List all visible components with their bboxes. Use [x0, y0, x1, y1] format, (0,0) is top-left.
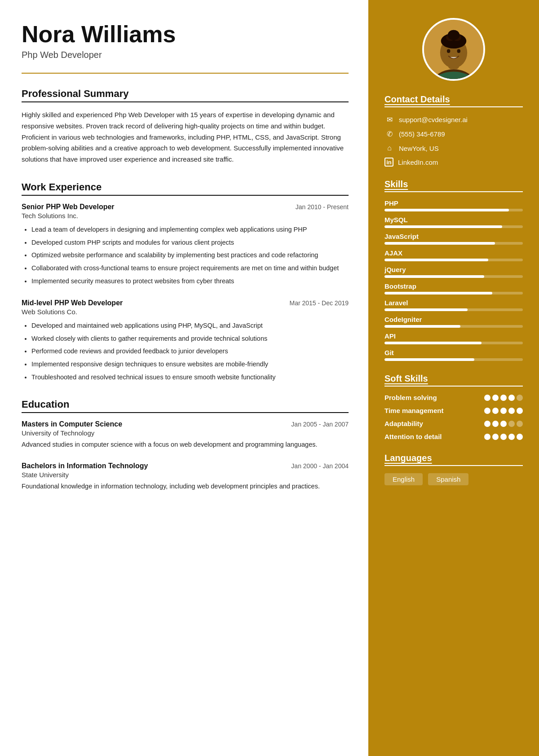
bullet-1-1: Lead a team of developers in designing a…: [31, 224, 349, 235]
dot: [500, 395, 507, 401]
dot: [492, 434, 499, 440]
skill-bar-bg: [384, 342, 523, 344]
skill-bar-fill: [384, 325, 460, 328]
soft-skill-name: Time management: [384, 407, 484, 414]
work-experience-title: Work Experience: [22, 181, 349, 196]
dot: [500, 421, 507, 427]
dot: [517, 434, 523, 440]
dots: [484, 408, 523, 414]
work-experience-section: Work Experience Senior PHP Web Developer…: [22, 181, 349, 382]
soft-skill-row: Problem solving: [384, 394, 523, 401]
skill-name: Git: [384, 349, 523, 356]
edu-school-2: State University: [22, 471, 349, 479]
dot: [484, 421, 490, 427]
job-company-2: Web Solutions Co.: [22, 308, 349, 316]
skill-bar-fill: [384, 225, 502, 228]
skill-row: Laravel: [384, 299, 523, 311]
edu-entry-1: Masters in Computer Science Jan 2005 - J…: [22, 420, 349, 450]
job-title-1: Senior PHP Web Developer: [22, 203, 115, 211]
dot: [484, 434, 490, 440]
contact-location-row: ⌂ NewYork, US: [384, 143, 523, 153]
skill-bar-bg: [384, 275, 523, 278]
job-header-2: Mid-level PHP Web Developer Mar 2015 - D…: [22, 299, 349, 307]
bullet-1-5: Implemented security measures to protect…: [31, 276, 349, 287]
education-title: Education: [22, 399, 349, 413]
dot: [492, 408, 499, 414]
job-header-1: Senior PHP Web Developer Jan 2010 - Pres…: [22, 203, 349, 211]
soft-skills-title: Soft Skills: [384, 374, 523, 387]
contact-email-row: ✉ support@cvdesigner.ai: [384, 114, 523, 124]
dot: [484, 395, 490, 401]
edu-desc-1: Advanced studies in computer science wit…: [22, 440, 349, 450]
skill-bar-bg: [384, 292, 523, 294]
skill-bar-fill: [384, 242, 495, 245]
bullet-2-2: Worked closely with clients to gather re…: [31, 333, 349, 344]
skill-row: JavaScript: [384, 233, 523, 245]
dots: [484, 434, 523, 440]
summary-text: Highly skilled and experienced Php Web D…: [22, 110, 349, 165]
skill-bar-bg: [384, 308, 523, 311]
skill-name: AJAX: [384, 249, 523, 257]
dot: [517, 395, 523, 401]
skill-row: jQuery: [384, 266, 523, 278]
skills-container: PHP MySQL JavaScript AJAX jQuery Bootstr…: [384, 199, 523, 361]
skill-row: PHP: [384, 199, 523, 211]
skill-bar-fill: [384, 292, 492, 294]
bullet-2-1: Developed and maintained web application…: [31, 320, 349, 331]
svg-point-8: [448, 30, 459, 40]
skill-bar-fill: [384, 358, 474, 361]
dot: [492, 421, 499, 427]
bullet-1-4: Collaborated with cross-functional teams…: [31, 263, 349, 274]
skill-bar-fill: [384, 259, 488, 261]
dot: [508, 408, 515, 414]
dot: [484, 408, 490, 414]
edu-desc-2: Foundational knowledge in information te…: [22, 481, 349, 492]
bullet-2-4: Implemented responsive design techniques…: [31, 359, 349, 370]
bullet-2-5: Troubleshooted and resolved technical is…: [31, 372, 349, 383]
edu-header-1: Masters in Computer Science Jan 2005 - J…: [22, 420, 349, 428]
skill-row: CodeIgniter: [384, 316, 523, 328]
skill-bar-bg: [384, 209, 523, 211]
edu-degree-2: Bachelors in Information Technology: [22, 462, 148, 470]
skill-bar-fill: [384, 275, 484, 278]
soft-skills-section: Soft Skills Problem solving Time managem…: [384, 374, 523, 440]
skill-row: AJAX: [384, 249, 523, 261]
skill-row: Git: [384, 349, 523, 361]
bullet-1-3: Optimized website performance and scalab…: [31, 250, 349, 261]
soft-skill-row: Attention to detail: [384, 433, 523, 440]
contact-linkedin: LinkedIn.com: [398, 158, 438, 166]
summary-section: Professional Summary Highly skilled and …: [22, 88, 349, 165]
skill-bar-fill: [384, 209, 509, 211]
job-entry-2: Mid-level PHP Web Developer Mar 2015 - D…: [22, 299, 349, 382]
bullet-1-2: Developed custom PHP scripts and modules…: [31, 237, 349, 248]
skill-name: API: [384, 332, 523, 340]
skills-section: Skills PHP MySQL JavaScript AJAX jQuery …: [384, 179, 523, 361]
job-bullets-2: Developed and maintained web application…: [22, 320, 349, 382]
skill-bar-fill: [384, 308, 468, 311]
dot: [508, 395, 515, 401]
summary-title: Professional Summary: [22, 88, 349, 102]
header-section: Nora Williams Php Web Developer: [22, 22, 349, 60]
skill-name: Laravel: [384, 299, 523, 307]
contact-linkedin-row: in LinkedIn.com: [384, 158, 523, 167]
edu-date-1: Jan 2005 - Jan 2007: [291, 421, 349, 428]
skill-name: CodeIgniter: [384, 316, 523, 323]
header-divider: [22, 73, 349, 74]
contact-title: Contact Details: [384, 94, 523, 107]
skill-bar-bg: [384, 358, 523, 361]
svg-point-9: [447, 49, 451, 53]
contact-phone: (555) 345-6789: [399, 130, 445, 138]
right-panel: Contact Details ✉ support@cvdesigner.ai …: [368, 0, 539, 756]
location-icon: ⌂: [384, 143, 394, 153]
bullet-2-3: Performed code reviews and provided feed…: [31, 346, 349, 357]
dot: [500, 434, 507, 440]
dots: [484, 421, 523, 427]
avatar: [422, 18, 485, 81]
contact-section: Contact Details ✉ support@cvdesigner.ai …: [384, 94, 523, 167]
dots: [484, 395, 523, 401]
skill-bar-bg: [384, 225, 523, 228]
dot: [508, 434, 515, 440]
contact-location: NewYork, US: [399, 145, 439, 152]
dot: [517, 421, 523, 427]
skill-bar-bg: [384, 259, 523, 261]
